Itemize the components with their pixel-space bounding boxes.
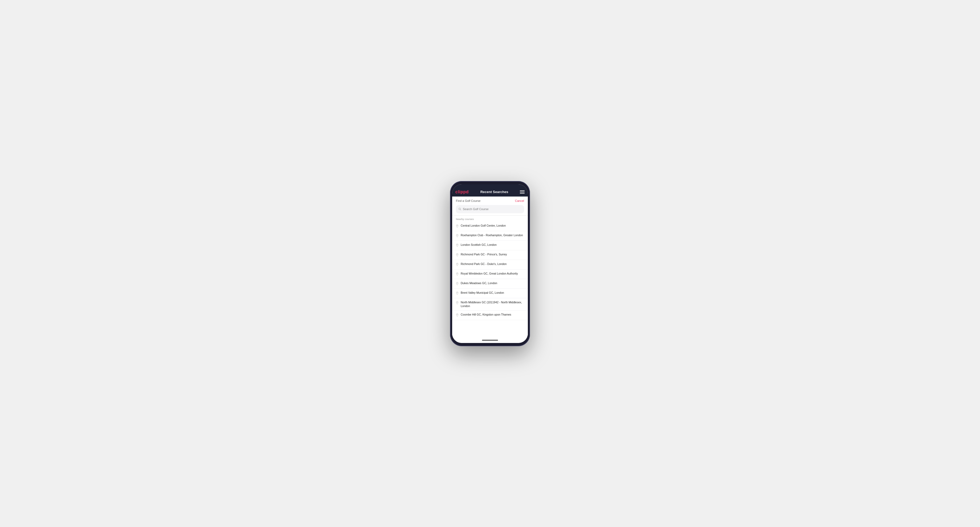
search-container [452,204,528,216]
menu-line-3 [520,193,525,194]
nearby-section: Nearby courses Central London Golf Centr… [452,216,528,338]
pin-icon [456,291,458,296]
phone-screen: clippd Recent Searches Find a Golf Cours… [452,184,528,343]
course-list-item[interactable]: London Scottish GC, London [452,241,528,250]
course-list: Central London Golf Centre, London Roeha… [452,222,528,320]
course-name: Richmond Park GC - Prince's, Surrey [461,252,507,256]
course-list-item[interactable]: Richmond Park GC - Prince's, Surrey [452,250,528,260]
course-list-item[interactable]: Central London Golf Centre, London [452,222,528,231]
pin-icon [456,243,458,248]
pin-icon [456,281,458,286]
nearby-header: Nearby courses [452,216,528,222]
course-name: Brent Valley Municipal GC, London [461,291,504,295]
menu-line-2 [520,192,525,192]
pin-icon [456,253,458,257]
pin-icon [456,272,458,277]
course-list-item[interactable]: North Middlesex GC (1011942 - North Midd… [452,298,528,311]
course-name: North Middlesex GC (1011942 - North Midd… [461,300,524,308]
pin-icon [456,313,458,318]
search-icon [458,207,461,212]
status-bar [452,184,528,187]
course-name: Royal Wimbledon GC, Great London Authori… [461,271,518,276]
cancel-button[interactable]: Cancel [515,199,524,202]
svg-line-1 [460,209,461,210]
course-name: London Scottish GC, London [461,243,497,247]
pin-icon [456,301,458,305]
course-name: Central London Golf Centre, London [461,224,506,228]
course-list-item[interactable]: Coombe Hill GC, Kingston upon Thames [452,311,528,320]
find-label: Find a Golf Course [456,199,480,202]
course-name: Roehampton Club - Roehampton, Greater Lo… [461,233,523,237]
app-logo: clippd [455,190,469,194]
course-list-item[interactable]: Dukes Meadows GC, London [452,279,528,289]
search-input[interactable] [463,208,522,211]
search-box [456,205,524,213]
pin-icon [456,233,458,238]
course-name: Dukes Meadows GC, London [461,281,497,285]
course-name: Richmond Park GC - Duke's, London [461,262,506,266]
course-list-item[interactable]: Richmond Park GC - Duke's, London [452,260,528,270]
course-list-item[interactable]: Royal Wimbledon GC, Great London Authori… [452,270,528,279]
pin-icon [456,224,458,229]
home-indicator [452,338,528,343]
home-bar [482,340,498,341]
menu-line-1 [520,190,525,191]
find-bar: Find a Golf Course Cancel [452,197,528,204]
nav-title: Recent Searches [480,190,508,194]
content-area: Find a Golf Course Cancel Nearby [452,197,528,338]
nav-bar: clippd Recent Searches [452,187,528,197]
course-list-item[interactable]: Brent Valley Municipal GC, London [452,289,528,298]
course-name: Coombe Hill GC, Kingston upon Thames [461,313,511,317]
phone-wrapper: clippd Recent Searches Find a Golf Cours… [450,181,530,346]
pin-icon [456,262,458,267]
menu-icon[interactable] [520,190,525,194]
course-list-item[interactable]: Roehampton Club - Roehampton, Greater Lo… [452,231,528,241]
